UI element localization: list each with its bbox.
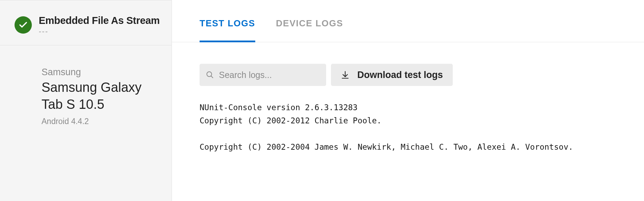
device-info: Samsung Samsung Galaxy Tab S 10.5 Androi… <box>0 45 172 137</box>
svg-point-0 <box>207 72 212 77</box>
test-title: Embedded File As Stream <box>39 15 161 26</box>
search-box[interactable] <box>200 64 326 86</box>
tabs: TEST LOGS DEVICE LOGS <box>172 0 644 42</box>
content: Download test logs NUnit-Console version… <box>172 42 644 154</box>
tab-test-logs[interactable]: TEST LOGS <box>200 18 255 42</box>
download-test-logs-button[interactable]: Download test logs <box>331 64 453 86</box>
header-text: Embedded File As Stream --- <box>39 15 161 36</box>
device-vendor: Samsung <box>42 67 161 78</box>
test-subtitle: --- <box>39 27 161 36</box>
status-passed-icon <box>15 16 32 34</box>
device-os: Android 4.4.2 <box>42 117 161 126</box>
svg-line-1 <box>211 76 213 78</box>
sidebar-header: Embedded File As Stream --- <box>0 0 172 45</box>
tab-device-logs[interactable]: DEVICE LOGS <box>276 18 343 42</box>
search-input[interactable] <box>219 70 320 80</box>
log-output[interactable]: NUnit-Console version 2.6.3.13283 Copyri… <box>200 101 616 154</box>
download-label: Download test logs <box>357 70 443 80</box>
download-icon <box>341 70 350 79</box>
device-name: Samsung Galaxy Tab S 10.5 <box>42 79 161 113</box>
main-panel: TEST LOGS DEVICE LOGS Download test logs <box>172 0 644 201</box>
sidebar: Embedded File As Stream --- Samsung Sams… <box>0 0 172 201</box>
search-icon <box>206 71 214 79</box>
toolbar: Download test logs <box>200 64 616 86</box>
